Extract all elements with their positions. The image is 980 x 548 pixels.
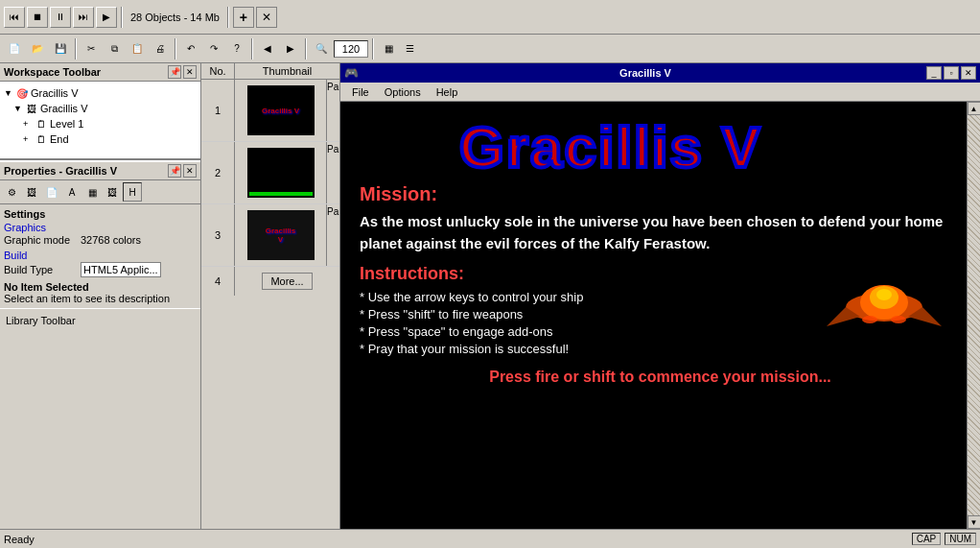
thumb-num-3: 3 <box>201 204 235 266</box>
close-object-btn[interactable]: ✕ <box>256 7 277 28</box>
view-thumbnail-btn[interactable]: ▦ <box>378 38 399 60</box>
app-window-titlebar: 🎮 Gracillis V _ ▫ ✕ <box>340 63 980 83</box>
open-btn[interactable]: 📂 <box>27 38 48 60</box>
workspace-tree: ▼ 🎯 Gracillis V ▼ 🖼 Gracillis V + 🗒 Leve… <box>0 82 200 158</box>
library-title: Library Toolbar <box>6 315 76 326</box>
thumb-preview-2 <box>247 148 315 198</box>
item3-icon: 🗒 <box>35 132 48 146</box>
thumb-bar-2 <box>249 192 313 196</box>
instructions-left: Instructions: * Use the arrow keys to co… <box>360 264 807 359</box>
menu-file[interactable]: File <box>344 85 377 99</box>
main-area: Workspace Toolbar 📌 ✕ ▼ 🎯 Gracillis V ▼ … <box>0 63 980 529</box>
nav-fwd-btn[interactable]: ▶ <box>280 38 301 60</box>
prop-icon-html[interactable]: H <box>123 182 142 202</box>
thumb-img-1: Gracillis V <box>235 83 326 137</box>
prop-icon-4[interactable]: A <box>62 182 82 202</box>
thumb-header: No. Thumbnail <box>201 63 339 80</box>
thumb-preview-1: Gracillis V <box>247 85 315 135</box>
game-window: .gtitle { font-family: Impact, Arial Bla… <box>340 102 980 529</box>
tree-item-3[interactable]: + 🗒 End <box>23 131 197 147</box>
game-title-svg: .gtitle { font-family: Impact, Arial Bla… <box>440 111 881 179</box>
workspace-pin-btn[interactable]: 📌 <box>168 65 181 79</box>
thumb-pa-1: Pa <box>326 80 339 141</box>
redo-btn[interactable]: ↷ <box>203 38 224 60</box>
help-btn[interactable]: ? <box>226 38 247 60</box>
prop-icon-5[interactable]: ▦ <box>82 182 102 202</box>
thumb-row-2[interactable]: 2 Pa <box>201 142 339 204</box>
build-group[interactable]: Build <box>4 250 197 261</box>
graphics-group[interactable]: Graphics <box>4 222 197 233</box>
workspace-close-btn[interactable]: ✕ <box>183 65 197 79</box>
instruction-3: * Press "space" to engage add-ons <box>360 324 807 339</box>
status-indicators: CAP NUM <box>912 533 976 545</box>
win-restore-btn[interactable]: ▫ <box>944 66 959 80</box>
separator6 <box>305 38 307 60</box>
settings-title: Settings <box>4 208 197 220</box>
paste-btn[interactable]: 📋 <box>127 38 148 60</box>
properties-close-btn[interactable]: ✕ <box>183 164 197 178</box>
expander-2: + <box>23 119 33 129</box>
media-step-btn[interactable]: ⏭ <box>73 7 94 28</box>
thumb-row-3[interactable]: 3 GracillisV Pa <box>201 204 339 267</box>
prop-icon-6[interactable]: 🖼 <box>103 182 122 202</box>
print-btn[interactable]: 🖨 <box>150 38 171 60</box>
build-type-label: Build Type <box>4 264 81 275</box>
spaceship-svg <box>822 264 946 341</box>
separator1 <box>121 7 123 28</box>
new-btn[interactable]: 📄 <box>4 38 25 60</box>
save-btn[interactable]: 💾 <box>50 38 71 60</box>
properties-controls: 📌 ✕ <box>168 164 197 178</box>
scroll-track <box>968 115 980 515</box>
root-icon: 🎯 <box>15 86 29 100</box>
media-pause-btn[interactable]: ⏸ <box>50 7 71 28</box>
cut-btn[interactable]: ✂ <box>81 38 102 60</box>
thumb-title-1: Gracillis V <box>262 107 299 115</box>
thumb-row-1[interactable]: 1 Gracillis V Pa <box>201 80 339 142</box>
prop-icon-2[interactable]: 🖼 <box>22 182 41 202</box>
prop-icon-1[interactable]: ⚙ <box>2 182 21 202</box>
right-scrollbar[interactable]: ▲ ▼ <box>967 102 980 529</box>
no-item-desc: Select an item to see its description <box>4 293 197 304</box>
prop-icon-3[interactable]: 📄 <box>42 182 61 202</box>
thumb-col-no: No. <box>201 63 235 79</box>
tree-label-root: Gracillis V <box>31 87 79 99</box>
graphic-mode-label: Graphic mode <box>4 234 81 246</box>
view-list-btn[interactable]: ☰ <box>399 38 420 60</box>
thumb-more-row: 4 More... <box>201 267 339 296</box>
menu-options[interactable]: Options <box>377 85 429 99</box>
more-button[interactable]: More... <box>262 273 312 290</box>
properties-title: Properties - Gracillis V <box>4 165 117 177</box>
svg-point-8 <box>876 289 892 300</box>
item1-icon: 🖼 <box>25 102 38 115</box>
thumb-more-btn-cell: More... <box>235 273 339 290</box>
menu-help[interactable]: Help <box>429 85 466 99</box>
add-object-btn[interactable]: + <box>233 7 254 28</box>
win-minimize-btn[interactable]: _ <box>926 66 942 80</box>
tree-item-root[interactable]: ▼ 🎯 Gracillis V <box>4 85 197 101</box>
objects-count-label: 28 Objects - 14 Mb <box>130 12 220 23</box>
media-play-btn[interactable]: ▶ <box>96 7 117 28</box>
settings-section: Settings Graphics Graphic mode 32768 col… <box>0 204 200 308</box>
zoom-in-btn[interactable]: 🔍 <box>311 38 332 60</box>
preview-area: 🎮 Gracillis V _ ▫ ✕ File Options Help <box>340 63 980 529</box>
zoom-value[interactable]: 120 <box>334 40 368 58</box>
media-stop-btn[interactable]: ⏹ <box>27 7 48 28</box>
thumb-num-2: 2 <box>201 142 235 203</box>
library-toolbar: Library Toolbar <box>0 308 200 331</box>
media-start-btn[interactable]: ⏮ <box>4 7 25 28</box>
build-type-row: Build Type HTML5 Applic... <box>4 262 197 277</box>
separator3 <box>75 38 77 60</box>
workspace-header: Workspace Toolbar 📌 ✕ <box>0 63 200 82</box>
status-cap: CAP <box>912 533 942 545</box>
properties-pin-btn[interactable]: 📌 <box>168 164 181 178</box>
copy-btn[interactable]: ⧉ <box>104 38 125 60</box>
tree-item-1[interactable]: ▼ 🖼 Gracillis V <box>13 101 197 116</box>
status-bar: Ready CAP NUM <box>0 529 980 548</box>
undo-btn[interactable]: ↶ <box>180 38 201 60</box>
win-close-btn[interactable]: ✕ <box>961 66 976 80</box>
scroll-down-btn[interactable]: ▼ <box>968 515 981 529</box>
scroll-up-btn[interactable]: ▲ <box>968 102 981 115</box>
tree-item-2[interactable]: + 🗒 Level 1 <box>23 116 197 131</box>
nav-back-btn[interactable]: ◀ <box>257 38 278 60</box>
workspace-toolbar: Workspace Toolbar 📌 ✕ ▼ 🎯 Gracillis V ▼ … <box>0 63 200 160</box>
